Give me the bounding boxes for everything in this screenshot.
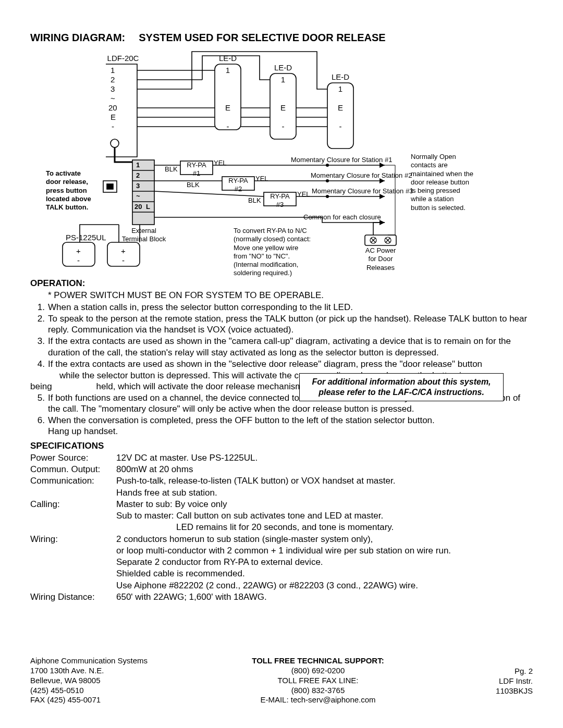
ldf-term-E: E	[111, 113, 116, 122]
specs-val: Separate 2 conductor from RY-PA to exter…	[116, 557, 533, 567]
operation-heading: OPERATION:	[30, 278, 533, 289]
specs-key: Wiring Distance:	[30, 591, 116, 602]
specs-val: Sub to master: Call button on sub activa…	[116, 510, 533, 521]
blk-3: BLK	[248, 196, 261, 205]
tb-tilde: ~	[136, 192, 140, 201]
ac-power-label: AC Power for Door Releases	[365, 246, 396, 272]
specs-key	[30, 557, 116, 567]
led-2-label: LE-D	[274, 63, 292, 73]
title-main: SYSTEM USED FOR SELECTIVE DOOR RELEASE	[139, 32, 385, 43]
info-box: For additional information about this sy…	[299, 373, 504, 401]
ps-minus: -	[77, 256, 80, 266]
rypa-1: RY-PA #1	[187, 161, 206, 178]
activate-note: To activate door release, press button l…	[46, 169, 103, 212]
led1-tM: -	[227, 122, 229, 132]
mc-1: Momentary Closure for Station #1	[291, 156, 392, 164]
ldf-term-1: 1	[111, 66, 115, 76]
specs-key: Wiring:	[30, 534, 116, 545]
rypa-3: RY-PA #3	[270, 192, 289, 209]
ps-plus: +	[76, 246, 81, 256]
specs-key	[30, 510, 116, 521]
footer-right: Pg. 2 LDF Instr. 1103BKJS	[449, 656, 533, 705]
specs-val: Master to sub: By voice only	[116, 499, 533, 510]
ldf-term-minus: -	[112, 122, 114, 132]
tb-3: 3	[136, 182, 140, 190]
specs-key: Power Source:	[30, 452, 116, 463]
specs-key: Communication:	[30, 475, 116, 486]
footer-mid-heading: TOLL FREE TECHNICAL SUPPORT:	[187, 656, 449, 666]
mc-3: Momentary Closure for Station #3	[312, 187, 413, 195]
ext-tb-label: External Terminal Block	[122, 227, 166, 244]
ldf-label: LDF-20C	[107, 54, 139, 64]
specs-key	[30, 568, 116, 579]
specs-val: Push-to-talk, release-to-listen (TALK bu…	[116, 475, 533, 486]
led2-tE: E	[280, 103, 286, 113]
nc-note: To convert RY-PA to N/C (normally closed…	[234, 227, 343, 278]
mc-common: Common for each closure	[303, 213, 381, 221]
ldf-term-tilde: ~	[111, 94, 115, 104]
specs-val: Shielded cable is recommended.	[116, 568, 533, 579]
specs-key	[30, 580, 116, 591]
op-5-n: 5.	[30, 392, 48, 415]
specs-val: 2 conductors homerun to sub station (sin…	[116, 534, 533, 545]
ldf-term-20: 20	[108, 103, 117, 113]
svg-point-15	[111, 139, 119, 147]
ldf-term-2: 2	[111, 75, 115, 85]
page-title: WIRING DIAGRAM:SYSTEM USED FOR SELECTIVE…	[30, 31, 533, 44]
wiring-diagram: LDF-20C LE-D LE-D LE-D 1 2 3 ~ 20 E - 1 …	[30, 50, 531, 274]
tb-minus: -	[122, 256, 125, 266]
led1-tE: E	[225, 103, 230, 113]
operation-body: * POWER SWITCH MUST BE ON FOR SYSTEM TO …	[30, 290, 533, 437]
yel-2: YEL	[255, 175, 268, 183]
specs-key: Commun. Output:	[30, 464, 116, 475]
specs-key: Calling:	[30, 499, 116, 510]
yel-3: YEL	[297, 190, 310, 199]
led3-tE: E	[338, 103, 343, 113]
op-4-n: 4.	[30, 359, 48, 369]
specs-val: 800mW at 20 ohms	[116, 464, 533, 475]
specs-val: or loop multi-conductor with 2 common + …	[116, 545, 533, 556]
ps-label: PS-1225UL	[66, 233, 106, 243]
led3-tM: -	[339, 122, 342, 132]
specs-calling-sub: LED remains lit for 20 seconds, and tone…	[116, 522, 533, 533]
footer-mid-lines: (800) 692-0200 TOLL FREE FAX LINE: (800)…	[187, 666, 449, 705]
blk-2: BLK	[187, 181, 200, 189]
op-6-n: 6.	[30, 415, 48, 437]
specs-key	[30, 545, 116, 556]
ldf-term-3: 3	[111, 84, 115, 94]
specs-val: Hands free at sub station.	[116, 487, 533, 498]
op-4a: If the extra contacts are used as shown …	[48, 359, 533, 369]
led3-t1: 1	[338, 84, 342, 94]
led1-t1: 1	[226, 66, 230, 76]
tb-L: L	[146, 203, 150, 211]
title-prefix: WIRING DIAGRAM:	[30, 32, 125, 43]
tb-1: 1	[136, 161, 140, 169]
op-1-n: 1.	[30, 302, 48, 313]
footer-left: Aiphone Communication Systems 1700 130th…	[30, 656, 187, 705]
specs-val: 650' with 22AWG; 1,600' with 18AWG.	[116, 591, 533, 602]
rypa-2: RY-PA #2	[228, 177, 248, 194]
tb-2: 2	[136, 171, 140, 180]
op-3-n: 3.	[30, 336, 48, 358]
specifications: SPECIFICATIONS Power Source:12V DC at ma…	[30, 440, 533, 603]
led2-t1: 1	[281, 75, 285, 85]
specs-val: 12V DC at master. Use PS-1225UL.	[116, 452, 533, 463]
op-6: When the conversation is completed, pres…	[48, 415, 533, 437]
specs-key	[30, 487, 116, 498]
no-note: Normally Open contacts are maintained wh…	[411, 153, 494, 212]
page-footer: Aiphone Communication Systems 1700 130th…	[30, 656, 533, 705]
led-3-label: LE-D	[332, 72, 349, 82]
op-2-n: 2.	[30, 313, 48, 336]
tb-plus: +	[121, 246, 126, 256]
led2-tM: -	[282, 122, 285, 132]
op-1: When a station calls in, press the selec…	[48, 302, 533, 313]
yel-1: YEL	[214, 159, 227, 167]
op-3: If the extra contacts are used as shown …	[48, 336, 533, 358]
mc-2: Momentary Closure for Station #2	[311, 171, 412, 180]
footer-mid: TOLL FREE TECHNICAL SUPPORT: (800) 692-0…	[187, 656, 449, 705]
tb-20: 20	[134, 203, 142, 211]
blk-1: BLK	[165, 165, 178, 174]
op-star: * POWER SWITCH MUST BE ON FOR SYSTEM TO …	[48, 290, 533, 301]
op-2: To speak to the person at the remote sta…	[48, 313, 533, 336]
specs-val: Use Aiphone #822202 (2 cond., 22AWG) or …	[116, 580, 533, 591]
